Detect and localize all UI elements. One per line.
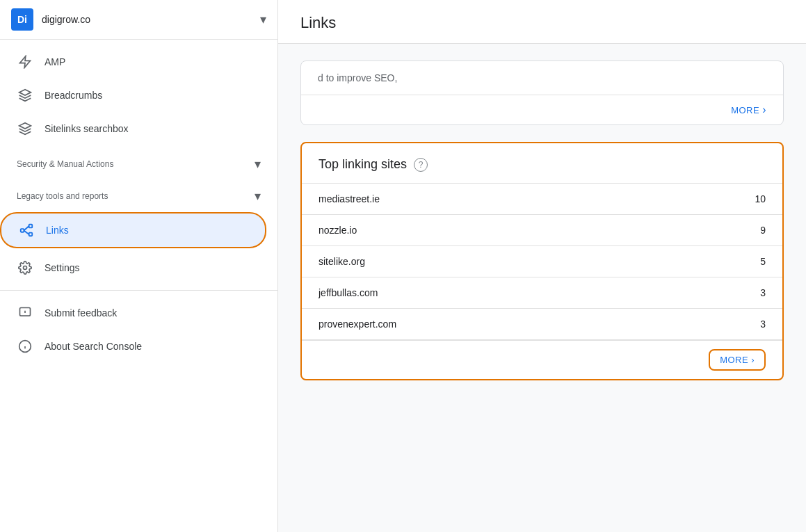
sidebar-item-sitelinks-label: Sitelinks searchbox [45, 123, 129, 134]
sidebar-item-settings-label: Settings [45, 262, 80, 273]
svg-rect-3 [29, 225, 33, 228]
sidebar-section-security[interactable]: Security & Manual Actions ▾ [0, 145, 277, 177]
site-name: provenexpert.com [319, 319, 396, 330]
sidebar-section-legacy[interactable]: Legacy tools and reports ▾ [0, 177, 277, 209]
content-area: d to improve SEO, MORE › Top linking sit… [278, 44, 806, 414]
chevron-right-icon: › [762, 104, 766, 116]
sidebar-item-sitelinks-searchbox[interactable]: Sitelinks searchbox [0, 112, 272, 145]
sidebar-nav: AMP Breadcrumbs Sitelinks searchbox [0, 40, 277, 532]
chevron-down-icon: ▾ [260, 12, 266, 27]
site-name: nozzle.io [319, 225, 357, 236]
chevron-right-icon: › [751, 355, 755, 365]
site-count: 3 [760, 319, 766, 330]
help-icon[interactable]: ? [414, 158, 428, 172]
svg-marker-2 [19, 123, 31, 129]
sidebar-item-about[interactable]: About Search Console [0, 330, 272, 363]
site-domain: digigrow.co [42, 14, 260, 25]
feedback-icon [17, 305, 33, 321]
chevron-down-icon: ▾ [255, 156, 261, 172]
site-count: 9 [760, 225, 766, 236]
svg-line-7 [24, 230, 29, 234]
sidebar-item-feedback[interactable]: Submit feedback [0, 296, 272, 330]
info-icon [17, 338, 33, 355]
site-selector[interactable]: Di digigrow.co ▾ [0, 0, 277, 40]
site-count: 5 [760, 256, 766, 267]
sidebar-item-breadcrumbs[interactable]: Breadcrumbs [0, 79, 272, 112]
svg-point-8 [24, 266, 27, 270]
first-card-more-row: MORE › [301, 95, 783, 124]
table-row: mediastreet.ie 10 [302, 184, 782, 215]
site-name: mediastreet.ie [319, 193, 380, 204]
page-header: Links [278, 0, 806, 44]
site-logo: Di [11, 8, 33, 31]
bolt-icon [17, 54, 33, 70]
sidebar-item-links[interactable]: Links [0, 212, 266, 248]
sidebar-item-about-label: About Search Console [45, 341, 142, 352]
first-card: d to improve SEO, MORE › [300, 61, 784, 125]
chevron-down-icon: ▾ [255, 188, 261, 204]
sidebar-item-breadcrumbs-label: Breadcrumbs [45, 90, 102, 101]
site-count: 10 [755, 193, 766, 204]
table-row: nozzle.io 9 [302, 215, 782, 246]
site-count: 3 [760, 287, 766, 298]
sidebar: Di digigrow.co ▾ AMP Breadcrumbs [0, 0, 278, 532]
sidebar-item-feedback-label: Submit feedback [45, 307, 117, 319]
top-linking-sites-card: Top linking sites ? mediastreet.ie 10 no… [300, 142, 784, 380]
site-name: jeffbullas.com [319, 287, 378, 298]
card-footer: MORE › [302, 340, 782, 379]
top-linking-header: Top linking sites ? [302, 143, 782, 184]
site-name: sitelike.org [319, 256, 365, 267]
svg-rect-5 [29, 233, 33, 236]
svg-rect-4 [21, 229, 24, 232]
card-preview-text: d to improve SEO, [301, 61, 783, 95]
first-card-more-button[interactable]: MORE › [731, 104, 766, 116]
main-content: Links d to improve SEO, MORE › Top linki… [278, 0, 806, 532]
sidebar-item-settings[interactable]: Settings [0, 251, 272, 284]
page-title: Links [300, 14, 784, 43]
table-row: jeffbullas.com 3 [302, 277, 782, 309]
sidebar-item-amp-label: AMP [45, 56, 65, 67]
svg-line-6 [24, 226, 29, 230]
svg-marker-1 [19, 90, 31, 95]
svg-marker-0 [20, 56, 31, 68]
layers-outline-icon [17, 120, 33, 137]
top-linking-title: Top linking sites [319, 157, 407, 172]
sidebar-item-amp[interactable]: AMP [0, 45, 272, 79]
gear-icon [17, 259, 33, 276]
top-linking-more-button[interactable]: MORE › [709, 349, 766, 371]
network-icon [18, 222, 35, 239]
sidebar-item-links-label: Links [46, 225, 69, 236]
table-row: sitelike.org 5 [302, 246, 782, 277]
layers-icon [17, 87, 33, 104]
table-row: provenexpert.com 3 [302, 309, 782, 340]
